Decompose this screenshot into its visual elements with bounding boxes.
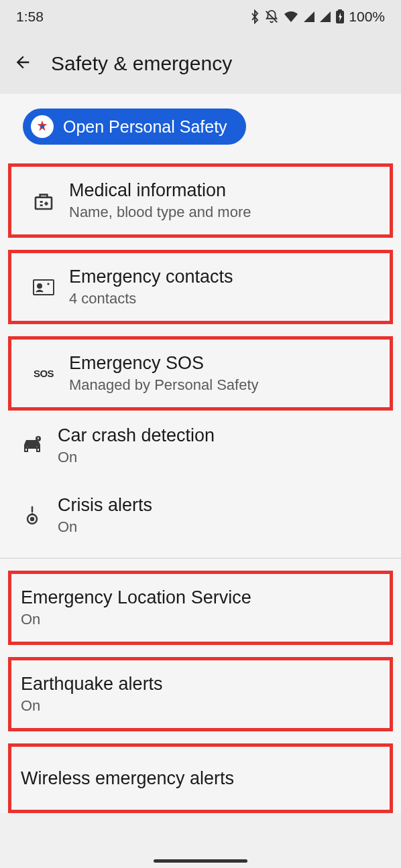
signal-icon-2	[319, 11, 331, 23]
item-subtitle: Managed by Personal Safety	[69, 376, 374, 394]
battery-percent: 100%	[349, 9, 385, 25]
item-subtitle: 4 contacts	[69, 290, 374, 307]
item-title: Medical information	[69, 180, 374, 201]
bluetooth-icon	[249, 9, 260, 24]
open-personal-safety-button[interactable]: Open Personal Safety	[23, 108, 246, 145]
item-title: Car crash detection	[58, 425, 385, 446]
medical-information-item[interactable]: Medical information Name, blood type and…	[8, 163, 393, 238]
svg-point-8	[36, 446, 38, 448]
item-title: Emergency contacts	[69, 267, 374, 287]
wireless-emergency-alerts-item[interactable]: Wireless emergency alerts	[8, 743, 393, 813]
wifi-icon	[283, 10, 299, 23]
svg-point-11	[31, 518, 34, 520]
battery-charging-icon	[335, 9, 345, 24]
contacts-card-icon	[27, 279, 60, 296]
earthquake-alerts-item[interactable]: Earthquake alerts On	[8, 657, 393, 731]
app-bar: Safety & emergency	[0, 33, 401, 94]
item-subtitle: On	[58, 518, 385, 536]
svg-rect-5	[34, 280, 54, 295]
car-crash-icon	[16, 435, 48, 455]
svg-rect-4	[36, 197, 52, 208]
svg-rect-2	[338, 9, 342, 11]
emergency-location-service-item[interactable]: Emergency Location Service On	[8, 571, 393, 645]
status-icons: 100%	[249, 9, 385, 25]
item-title: Crisis alerts	[58, 495, 385, 516]
svg-point-6	[38, 284, 42, 288]
content: Open Personal Safety Medical information…	[0, 94, 401, 813]
page-title: Safety & emergency	[51, 52, 232, 75]
item-title: Emergency SOS	[69, 353, 374, 374]
item-subtitle: On	[21, 697, 380, 715]
medical-info-icon	[27, 190, 60, 212]
item-subtitle: Name, blood type and more	[69, 204, 374, 221]
item-subtitle: On	[58, 449, 385, 466]
svg-point-3	[40, 125, 44, 129]
emergency-contacts-item[interactable]: Emergency contacts 4 contacts	[8, 250, 393, 324]
svg-point-7	[27, 446, 29, 448]
crisis-alerts-item[interactable]: Crisis alerts On	[0, 480, 401, 550]
item-subtitle: On	[21, 611, 380, 628]
car-crash-detection-item[interactable]: Car crash detection On	[0, 411, 401, 480]
item-title: Earthquake alerts	[21, 674, 380, 695]
item-title: Wireless emergency alerts	[21, 768, 380, 789]
pill-label: Open Personal Safety	[63, 117, 227, 137]
status-time: 1:58	[16, 9, 44, 25]
notifications-off-icon	[264, 9, 279, 24]
status-bar: 1:58 100%	[0, 0, 401, 33]
crisis-alerts-icon	[16, 504, 48, 526]
settings-list: Medical information Name, blood type and…	[0, 163, 401, 813]
item-title: Emergency Location Service	[21, 587, 380, 608]
signal-icon-1	[303, 11, 315, 23]
emergency-sos-item[interactable]: SOS Emergency SOS Managed by Personal Sa…	[8, 336, 393, 411]
personal-safety-app-icon	[31, 115, 54, 138]
navigation-handle[interactable]	[154, 859, 247, 863]
divider	[0, 558, 401, 559]
back-arrow-icon[interactable]	[13, 53, 32, 74]
sos-icon: SOS	[27, 368, 60, 379]
